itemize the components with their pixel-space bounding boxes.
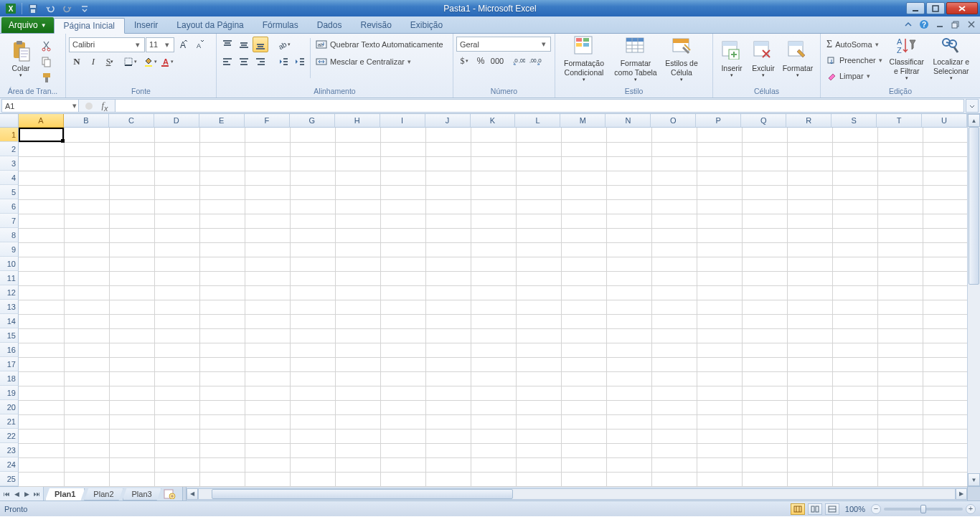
row-header-20[interactable]: 20 <box>0 400 19 414</box>
zoom-slider[interactable] <box>884 508 963 511</box>
column-header-J[interactable]: J <box>425 114 471 128</box>
scroll-left-button[interactable]: ◀ <box>187 488 198 500</box>
sort-filter-button[interactable]: AZ Classificar e Filtrar▾ <box>885 35 928 82</box>
row-header-14[interactable]: 14 <box>0 314 19 328</box>
column-header-R[interactable]: R <box>786 114 831 128</box>
column-header-F[interactable]: F <box>245 114 290 128</box>
row-header-8[interactable]: 8 <box>0 228 19 242</box>
row-header-19[interactable]: 19 <box>0 386 19 400</box>
shrink-font-icon[interactable]: A <box>192 37 207 52</box>
border-button[interactable] <box>122 54 138 70</box>
name-box[interactable]: A1▾ <box>1 99 79 113</box>
column-header-S[interactable]: S <box>831 114 877 128</box>
bold-button[interactable]: N <box>69 54 85 70</box>
wrap-text-button[interactable]: abQuebrar Texto Automaticamente <box>313 37 446 52</box>
decrease-decimal-icon[interactable]: ,00,0 <box>527 53 543 69</box>
scroll-up-button[interactable]: ▲ <box>968 114 980 127</box>
excel-icon[interactable]: X <box>3 1 19 16</box>
redo-icon[interactable] <box>60 1 75 16</box>
tab-insert[interactable]: Inserir <box>125 17 167 33</box>
row-header-25[interactable]: 25 <box>0 472 19 486</box>
merge-center-button[interactable]: Mesclar e Centralizar▾ <box>313 54 446 70</box>
format-cells-button[interactable]: Formatar▾ <box>779 35 816 82</box>
italic-button[interactable]: I <box>85 54 101 70</box>
column-header-I[interactable]: I <box>380 114 425 128</box>
font-name-combo[interactable]: Calibri▾ <box>69 37 145 52</box>
format-painter-icon[interactable] <box>39 70 55 85</box>
column-header-B[interactable]: B <box>64 114 109 128</box>
insert-function-icon[interactable]: fx <box>98 100 112 113</box>
vscroll-thumb[interactable] <box>969 127 979 285</box>
row-header-7[interactable]: 7 <box>0 214 19 228</box>
zoom-slider-thumb[interactable] <box>920 505 926 513</box>
align-top-icon[interactable] <box>220 37 235 52</box>
cut-icon[interactable] <box>39 38 55 54</box>
pane-split-handle[interactable] <box>967 487 980 500</box>
paste-button[interactable]: Colar▾ <box>3 35 39 82</box>
sheet-prev-icon[interactable]: ◀ <box>11 488 22 500</box>
cell-styles-button[interactable]: Estilos de Célula▾ <box>661 35 702 82</box>
delete-cells-button[interactable]: Excluir▾ <box>748 35 779 82</box>
cells-area[interactable] <box>19 128 967 486</box>
row-header-13[interactable]: 13 <box>0 300 19 314</box>
font-size-combo[interactable]: 11▾ <box>146 37 174 52</box>
scroll-down-button[interactable]: ▼ <box>968 473 980 486</box>
tab-data[interactable]: Dados <box>308 17 352 33</box>
select-all-corner[interactable] <box>0 114 19 128</box>
column-header-O[interactable]: O <box>651 114 696 128</box>
column-header-M[interactable]: M <box>560 114 606 128</box>
doc-close-icon[interactable] <box>966 19 977 30</box>
autosum-button[interactable]: ΣAutoSoma▾ <box>824 37 885 52</box>
tab-file[interactable]: Arquivo▼ <box>1 17 54 33</box>
find-select-button[interactable]: Localizar e Selecionar▾ <box>928 35 974 82</box>
percent-format-icon[interactable]: % <box>473 53 489 69</box>
row-header-10[interactable]: 10 <box>0 257 19 271</box>
increase-indent-icon[interactable] <box>292 54 308 70</box>
underline-button[interactable]: S▾ <box>102 54 118 70</box>
column-header-U[interactable]: U <box>922 114 967 128</box>
row-header-5[interactable]: 5 <box>0 185 19 199</box>
font-color-button[interactable]: A <box>159 54 174 70</box>
row-header-4[interactable]: 4 <box>0 171 19 185</box>
column-header-Q[interactable]: Q <box>741 114 786 128</box>
row-header-2[interactable]: 2 <box>0 142 19 156</box>
zoom-level[interactable]: 100% <box>845 505 865 513</box>
save-icon[interactable] <box>25 1 41 16</box>
expand-formula-bar-icon[interactable] <box>966 99 979 113</box>
minimize-button[interactable] <box>906 2 925 14</box>
zoom-out-button[interactable]: − <box>871 504 881 514</box>
column-header-C[interactable]: C <box>109 114 154 128</box>
sheet-tab-plan2[interactable]: Plan2 <box>84 488 123 500</box>
column-header-D[interactable]: D <box>154 114 199 128</box>
undo-icon[interactable] <box>42 1 58 16</box>
column-header-E[interactable]: E <box>199 114 245 128</box>
row-header-11[interactable]: 11 <box>0 271 19 285</box>
new-sheet-button[interactable] <box>161 487 178 500</box>
copy-icon[interactable] <box>39 54 55 70</box>
doc-restore-icon[interactable] <box>950 19 961 30</box>
decrease-indent-icon[interactable] <box>275 54 291 70</box>
name-box-dropdown-icon[interactable]: ▾ <box>72 101 77 110</box>
active-cell-cursor[interactable] <box>19 128 64 142</box>
tab-view[interactable]: Exibição <box>401 17 452 33</box>
sheet-last-icon[interactable]: ⏭ <box>32 488 42 500</box>
help-icon[interactable]: ? <box>918 19 930 30</box>
align-left-icon[interactable] <box>220 54 235 70</box>
tab-formulas[interactable]: Fórmulas <box>253 17 308 33</box>
row-header-21[interactable]: 21 <box>0 414 19 429</box>
cancel-formula-icon[interactable] <box>82 100 96 113</box>
row-header-9[interactable]: 9 <box>0 242 19 257</box>
close-button[interactable] <box>946 2 978 14</box>
normal-view-button[interactable] <box>791 503 805 515</box>
row-header-18[interactable]: 18 <box>0 371 19 386</box>
column-header-H[interactable]: H <box>335 114 380 128</box>
vscroll-track[interactable] <box>968 127 980 473</box>
doc-minimize-icon[interactable] <box>934 19 946 30</box>
column-header-N[interactable]: N <box>606 114 651 128</box>
row-header-16[interactable]: 16 <box>0 343 19 357</box>
tab-page-layout[interactable]: Layout da Página <box>167 17 253 33</box>
hscroll-track[interactable] <box>198 488 956 500</box>
row-header-23[interactable]: 23 <box>0 443 19 457</box>
row-header-3[interactable]: 3 <box>0 156 19 171</box>
column-header-A[interactable]: A <box>19 114 64 128</box>
